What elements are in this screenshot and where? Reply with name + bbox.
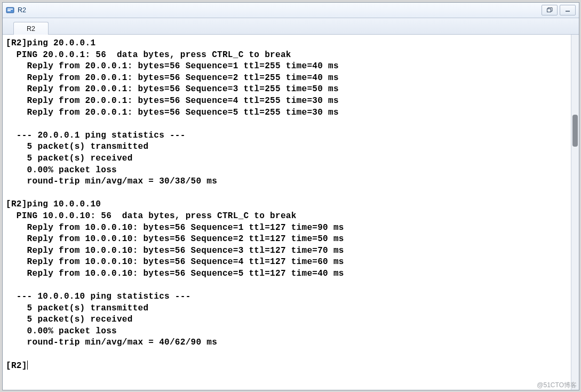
app-window: R2 R2 [R2]ping 20.0.0.1 PING 20.0.0.1: 5… [2, 2, 579, 390]
scrollbar-vertical[interactable] [571, 35, 579, 390]
app-icon [6, 6, 14, 14]
scroll-thumb[interactable] [572, 115, 578, 147]
svg-rect-3 [547, 9, 551, 12]
content-area: [R2]ping 20.0.0.1 PING 20.0.0.1: 56 data… [3, 35, 579, 390]
window-controls [542, 5, 576, 15]
tab-bar: R2 [3, 18, 579, 35]
tab-label: R2 [27, 25, 35, 33]
terminal-output[interactable]: [R2]ping 20.0.0.1 PING 20.0.0.1: 56 data… [3, 35, 571, 390]
watermark: @51CTO博客 [537, 381, 577, 390]
minimize-button[interactable] [560, 5, 576, 15]
tab-r2[interactable]: R2 [13, 22, 49, 35]
titlebar: R2 [3, 3, 579, 18]
svg-rect-1 [7, 9, 13, 10]
restore-button[interactable] [542, 5, 558, 15]
window-title: R2 [18, 6, 538, 14]
svg-rect-2 [7, 10, 11, 11]
